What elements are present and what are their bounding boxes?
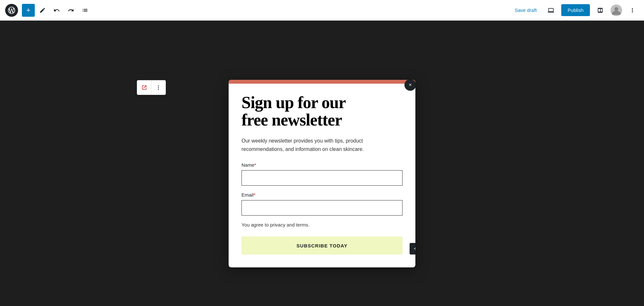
toolbar-left: + [5,4,511,17]
sidebar-toggle-button[interactable] [594,4,607,17]
block-toolbar [137,80,166,95]
svg-point-2 [158,85,159,86]
modal-top-bar [229,80,415,84]
list-view-icon [82,7,88,14]
modal-title: Sign up for our free newsletter [242,94,402,129]
user-avatar-button[interactable] [611,5,622,16]
modal-plus-icon: + [413,246,415,252]
tools-button[interactable] [36,4,49,17]
redo-icon [68,7,74,14]
svg-point-3 [158,87,159,88]
privacy-text: You agree to privacy and terms. [242,222,402,227]
open-block-button[interactable] [137,80,151,95]
name-label-text: Name [242,162,254,168]
pencil-icon [39,7,46,14]
more-vertical-icon [629,7,636,14]
wordpress-icon [8,7,15,14]
close-icon: × [409,82,412,88]
sidebar-icon [597,7,603,14]
svg-point-1 [614,7,618,11]
save-draft-button[interactable]: Save draft [511,5,540,15]
modal-body: Sign up for our free newsletter Our week… [229,84,415,267]
svg-point-4 [158,89,159,90]
more-options-button[interactable] [626,4,639,17]
undo-icon [53,7,60,14]
modal-close-button[interactable]: × [404,80,415,91]
block-more-options-button[interactable] [151,80,166,95]
publish-button[interactable]: Publish [561,4,590,16]
name-input[interactable] [242,170,402,186]
name-form-group: Name* [242,162,402,186]
main-toolbar: + Save draft [0,0,644,21]
email-label-text: Email [242,192,254,198]
list-view-button[interactable] [79,4,91,17]
toolbar-right: Save draft Publish [511,4,639,17]
add-block-button[interactable]: + [22,4,35,17]
editor-area: × Sign up for our free newsletter Our we… [0,21,644,306]
avatar-icon [611,5,622,16]
modal-title-line2: free newsletter [242,111,342,129]
email-required-star: * [254,192,256,198]
newsletter-modal: × Sign up for our free newsletter Our we… [229,80,415,267]
open-in-new-icon [141,85,147,90]
modal-description: Our weekly newsletter provides you with … [242,137,402,153]
plus-icon: + [26,6,31,14]
modal-add-button[interactable]: + [410,243,415,255]
modal-title-line1: Sign up for our [242,93,346,112]
three-dots-icon [156,85,161,90]
monitor-icon [548,7,554,14]
email-form-group: Email* [242,192,402,216]
name-label: Name* [242,162,402,168]
wp-logo [5,4,18,17]
email-input[interactable] [242,200,402,216]
undo-button[interactable] [50,4,63,17]
view-button[interactable] [545,4,557,17]
redo-button[interactable] [64,4,77,17]
subscribe-button[interactable]: SUBSCRIBE TODAY [242,236,402,255]
email-label: Email* [242,192,402,198]
modal-overlay: × Sign up for our free newsletter Our we… [0,41,644,306]
name-required-star: * [254,162,256,168]
